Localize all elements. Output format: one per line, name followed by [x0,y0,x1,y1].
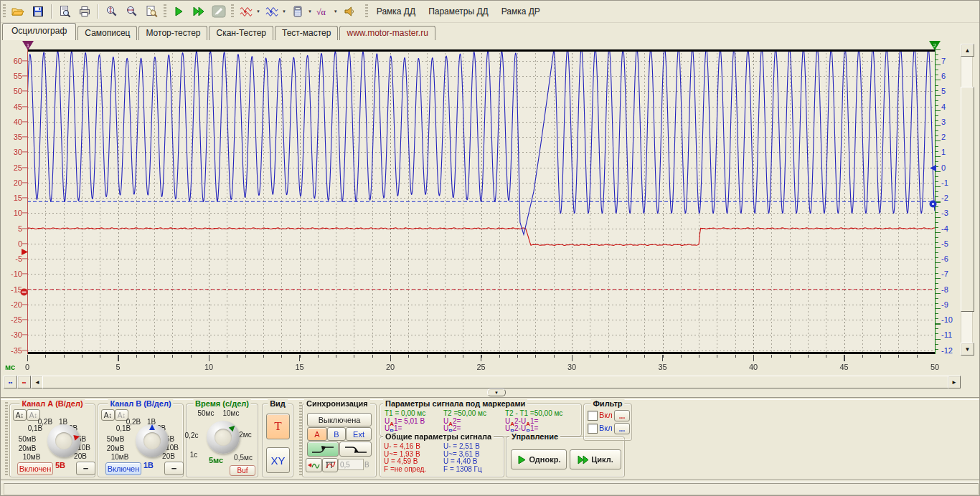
scroll-down-button[interactable]: ▼ [961,343,974,356]
channel-a-trigger-marker[interactable] [20,286,28,299]
knob-scale-label: 20мВ [19,444,37,452]
marker-1-handle[interactable]: 1 [22,40,34,53]
sync-rising-edge-button[interactable] [307,442,339,457]
x-tick-label: 35 [654,363,672,371]
tab-осциллограф[interactable]: Осциллограф [2,23,76,40]
sync-source-ext-button[interactable]: Ext [346,427,372,441]
view-time-button[interactable]: T [266,414,290,439]
sync-source-b-button[interactable]: В [327,427,346,441]
toolbar-gripper[interactable] [3,4,6,19]
knob-value-label: 1В [143,461,154,469]
tab-тест-мастер[interactable]: Тест-мастер [275,26,338,40]
filter-title: Фильтр [590,399,624,409]
math-button[interactable]: √α [314,2,334,21]
scroll-up-button[interactable]: ▲ [961,44,974,57]
status-bar [4,483,979,495]
filter-a-checkbox[interactable] [588,411,598,421]
left-tick-label: -10 [1,270,22,278]
x-tick-label: 0 [18,363,37,371]
knob-dial[interactable] [47,424,80,457]
panel-gripper[interactable] [5,402,8,476]
x-tick-label: 20 [381,363,400,371]
view-xy-button[interactable]: XY [266,447,290,473]
menu-item-2[interactable]: Параметры ДД [422,4,495,19]
control-panel: Управление Однокр. Цикл. [506,437,625,477]
channel-b-zero-marker[interactable] [930,161,936,174]
toolbar-separator [51,4,52,19]
sync-source-a-button[interactable]: А [307,427,327,441]
channel-b-marker-level[interactable] [929,198,937,211]
knob-dial[interactable] [136,424,169,457]
knob-scale-label: 0,2с [185,431,199,439]
right-tick-label: -12 [941,346,953,355]
start-cycle-button[interactable] [189,2,209,21]
edit-button[interactable] [209,2,229,21]
tab-скан-тестер[interactable]: Скан-Тестер [209,26,273,40]
oscilloscope-plot[interactable] [27,49,935,354]
toolbar-separator [98,4,98,19]
right-tick-label: -3 [941,209,948,217]
left-tick-label: 40 [1,118,22,126]
channel-a-enabled-button[interactable]: Включен [17,462,53,475]
save-button[interactable] [28,2,48,21]
single-run-button[interactable]: Однокр. [511,449,567,469]
inspect-signal-button[interactable] [141,2,161,21]
zoom-vertical-button[interactable] [101,2,121,21]
dropdown-arrow-icon[interactable]: ▼ [308,9,312,14]
left-axis-ruler [22,49,28,354]
cycle-run-button[interactable]: Цикл. [570,449,621,469]
knob-pointer-tip [229,424,237,431]
tab-www-motor-master-ru[interactable]: www.motor-master.ru [339,26,435,40]
vertical-scroll-thumb[interactable] [961,87,974,312]
zoom-vertical-icon [105,5,118,18]
sync-level-input[interactable] [338,459,364,470]
channel-b-enabled-button[interactable]: Включен [105,462,141,475]
menu-item-1[interactable]: Рамка ДД [370,4,422,19]
knob-scale-label: 10мВ [23,453,41,461]
jump-marker-a-button[interactable]: •• [17,376,31,388]
math-icon: √α [316,5,331,18]
dropdown-arrow-icon[interactable]: ▼ [334,9,338,14]
general-param-value: U~= 1,93 В [384,450,420,458]
zoom-horizontal-button[interactable] [121,2,141,21]
filter-panel: Фильтр Вкл ... Вкл ... [583,404,632,441]
marker-2-handle[interactable]: 2 [929,40,941,53]
spectrum-a-button[interactable] [236,2,256,21]
spectrum-b-button[interactable] [262,2,282,21]
sync-oneshot-mode-button[interactable] [306,458,322,472]
filter-b-checkbox[interactable] [588,424,598,434]
jump-marker-b-button[interactable]: •• [4,376,17,388]
left-tick-label: 50 [1,87,22,95]
horizontal-scroll-thumb[interactable] [42,376,949,388]
start-button[interactable] [169,2,189,21]
print-button[interactable] [75,2,95,21]
filter-b-settings-button[interactable]: ... [614,423,630,434]
buffer-button[interactable]: Buf [230,465,255,476]
dropdown-arrow-icon[interactable]: ▼ [256,9,260,14]
filter-a-settings-button[interactable]: ... [614,410,630,421]
sync-falling-edge-button[interactable] [339,442,372,457]
menu-item-3[interactable]: Рамка ДР [495,4,547,19]
print-preview-button[interactable] [55,2,75,21]
toolbar-gripper[interactable] [365,4,368,19]
channel-a-minimize-button[interactable]: − [76,462,95,475]
knob-pointer [136,424,169,457]
tab-самописец[interactable]: Самописец [77,26,137,40]
filter-a-label: Вкл [599,411,613,419]
right-tick-label: -5 [941,239,948,248]
knob-scale-label: 0,2В [38,418,53,426]
tab-мотор-тестер[interactable]: Мотор-тестер [138,26,207,40]
channel-a-zero-marker[interactable] [22,245,28,258]
collapse-panel-button[interactable]: ▼ [487,388,506,396]
knob-dial[interactable] [207,421,240,454]
dropdown-arrow-icon[interactable]: ▼ [282,9,286,14]
filter-b-label: Вкл [599,424,613,432]
open-button[interactable] [8,2,28,21]
calculator-button[interactable] [288,2,308,21]
right-tick-label: -2 [941,194,948,202]
knob-scale-label: 50мВ [19,435,37,443]
sync-off-button[interactable]: Выключена [307,413,372,426]
scroll-right-button[interactable]: ► [948,376,961,388]
sync-level-mode-button[interactable] [322,458,338,472]
sound-button[interactable] [339,2,359,21]
